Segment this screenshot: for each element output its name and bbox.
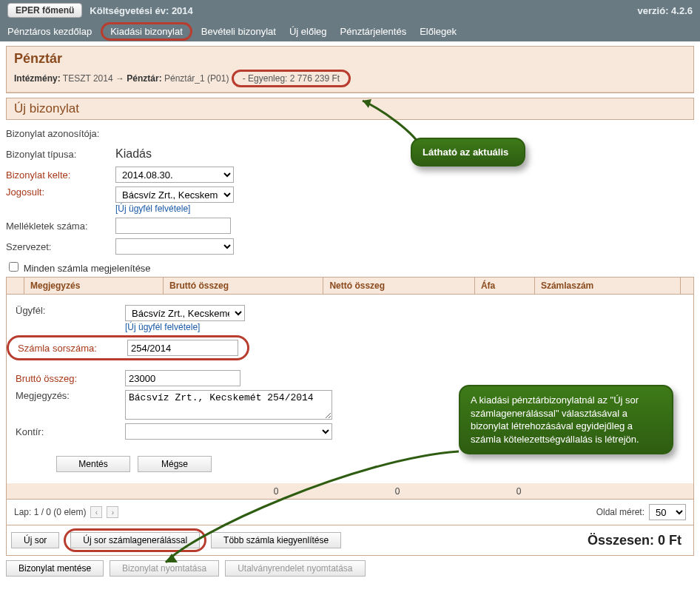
menu-item-uj-eloleg[interactable]: Új előleg (289, 26, 327, 37)
totals-row: 0 0 0 (6, 483, 694, 500)
cashregister-value: Pénztár_1 (P01) (164, 73, 229, 84)
menubar: Pénztáros kezdőlap Kiadási bizonylat Bev… (0, 21, 700, 41)
detail-ugyfel-label: Ügyfél: (16, 305, 125, 316)
detail-megjegyzes-textarea[interactable]: Bácsvíz Zrt., Kecskemét 254/2014 (125, 390, 332, 420)
attachments-input[interactable] (115, 218, 231, 234)
jogosult-select[interactable]: Bácsvíz Zrt., Kecskemét (115, 186, 234, 203)
annotation-highlight: Új sor számlagenerálással (64, 528, 206, 552)
voucher-date-select[interactable]: 2014.08.30. (115, 167, 234, 183)
grand-total: Összesen: 0 Ft (588, 533, 689, 548)
menu-item-beveteli[interactable]: Bevételi bizonylat (201, 26, 276, 37)
arrow-icon: → (115, 73, 124, 84)
show-all-checkbox[interactable] (9, 262, 18, 272)
detail-megjegyzes-label: Megjegyzés: (16, 390, 125, 401)
multi-invoice-button[interactable]: Több számla kiegyenlítése (211, 532, 341, 548)
table-col-netto[interactable]: Nettó összeg (323, 278, 474, 295)
jogosult-label: Jogosult: (6, 186, 115, 198)
total-afa: 0 (458, 486, 579, 497)
annotation-highlight: Kiadási bizonylat (101, 22, 192, 41)
new-customer-link[interactable]: [Új ügyfél felvétele] (115, 204, 190, 214)
institution-value: TESZT 2014 (63, 73, 113, 84)
voucher-form: Bizonylat azonosítója: Bizonylat típusa:… (6, 124, 694, 556)
panel-title: Pénztár (14, 51, 686, 67)
voucher-save-button[interactable]: Bizonylat mentése (6, 560, 104, 577)
home-button[interactable]: EPER főmenü (7, 3, 82, 18)
invoice-number-label: Számla sorszáma: (18, 343, 117, 354)
annotation-highlight: - Egyenleg: 2 776 239 Ft (232, 70, 351, 87)
organization-label: Szervezet: (6, 241, 115, 252)
paging-label: Lap: 1 / 0 (0 elem) (14, 507, 86, 517)
voucher-date-label: Bizonylat kelte: (6, 169, 115, 181)
section-title: Új bizonylat (6, 98, 694, 120)
menu-item-penztarjelentes[interactable]: Pénztárjelentés (340, 26, 407, 37)
total-netto: 0 (337, 486, 458, 497)
line-save-button[interactable]: Mentés (56, 456, 130, 472)
paging-bar: Lap: 1 / 0 (0 elem) ‹ › Oldal méret: 50 (6, 500, 694, 525)
cashregister-panel: Pénztár Intézmény: TESZT 2014 → Pénztár:… (6, 46, 694, 93)
table-col-brutto[interactable]: Bruttó összeg (164, 278, 323, 295)
balance-value: 2 776 239 Ft (290, 73, 340, 84)
footer-button-bar: Új sor Új sor számlagenerálással Több sz… (6, 525, 694, 556)
total-brutto: 0 (215, 486, 337, 497)
annotation-callout: Látható az aktuális (411, 138, 525, 167)
detail-kontir-label: Kontír: (16, 426, 125, 437)
menu-item-kezdolap[interactable]: Pénztáros kezdőlap (7, 26, 92, 37)
menu-item-kiadasi[interactable]: Kiadási bizonylat (110, 26, 183, 37)
bottom-button-bar: Bizonylat mentése Bizonylat nyomtatása U… (6, 560, 694, 577)
table-col-szamlaszam[interactable]: Számlaszám (534, 278, 680, 295)
annotation-highlight: Számla sorszáma: (7, 335, 249, 360)
annotation-callout: A kiadási pénztárbizonylatnál az "Új sor… (459, 385, 673, 454)
detail-brutto-label: Bruttó összeg: (16, 373, 125, 384)
lines-table: Megjegyzés Bruttó összeg Nettó összeg Áf… (6, 277, 694, 295)
show-all-label: Minden számla megjelenítése (24, 263, 151, 274)
cashregister-label: Pénztár: (127, 73, 161, 84)
line-cancel-button[interactable]: Mégse (138, 456, 212, 472)
voucher-print-button[interactable]: Bizonylat nyomtatása (110, 560, 219, 577)
invoice-number-input[interactable] (127, 340, 238, 356)
budget-year-label: Költségvetési év: 2014 (90, 5, 192, 16)
voucher-id-label: Bizonylat azonosítója: (6, 128, 115, 139)
page-next-button[interactable]: › (107, 506, 118, 518)
organization-select[interactable] (115, 238, 234, 255)
voucher-order-print-button[interactable]: Utalványrendelet nyomtatása (225, 560, 365, 577)
attachments-label: Mellékletek száma: (6, 221, 115, 232)
menu-item-elolegek[interactable]: Előlegek (420, 26, 457, 37)
detail-new-customer-link[interactable]: [Új ügyfél felvétele] (125, 322, 200, 332)
page-size-select[interactable]: 50 (649, 504, 686, 520)
detail-kontir-select[interactable] (125, 423, 332, 440)
detail-ugyfel-select[interactable]: Bácsvíz Zrt., Kecskemét (125, 305, 245, 321)
new-line-button[interactable]: Új sor (11, 532, 59, 548)
page-prev-button[interactable]: ‹ (90, 506, 102, 518)
table-col-blank (7, 278, 24, 295)
institution-label: Intézmény: (14, 73, 61, 84)
table-col-megjegyzes[interactable]: Megjegyzés (24, 278, 164, 295)
voucher-type-value: Kiadás (115, 147, 152, 161)
voucher-type-label: Bizonylat típusa: (6, 149, 115, 160)
version-label: verzió: 4.2.6 (638, 5, 693, 16)
topbar: EPER főmenü Költségvetési év: 2014 verzi… (0, 0, 700, 21)
detail-brutto-input[interactable] (125, 370, 240, 386)
table-col-afa[interactable]: Áfa (474, 278, 534, 295)
new-line-invoice-button[interactable]: Új sor számlagenerálással (70, 532, 200, 548)
page-size-label: Oldal méret: (596, 507, 645, 517)
balance-label: - Egyenleg: (243, 73, 288, 84)
table-col-end (681, 278, 694, 295)
